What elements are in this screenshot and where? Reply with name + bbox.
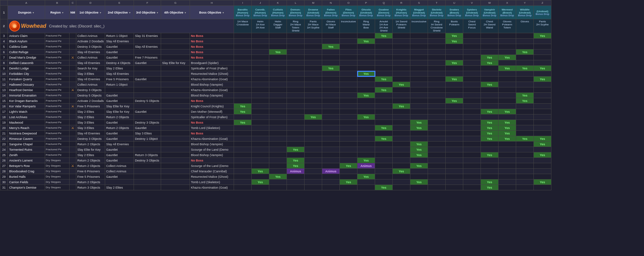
drop-col-L[interactable]: Yes (287, 163, 305, 169)
drop-col-Y[interactable] (516, 152, 534, 158)
drop-col-V[interactable] (463, 55, 481, 60)
drop-col-U[interactable] (446, 185, 463, 190)
col-F-header[interactable]: F (134, 0, 161, 6)
drop-col-O[interactable] (340, 71, 357, 77)
table-row[interactable]: 4Black AsylumFractured PeActivate 2 Dood… (0, 39, 551, 44)
drop-col-Q[interactable] (375, 49, 393, 55)
drop-col-R[interactable] (393, 49, 410, 55)
drop-col-X[interactable]: Yes (499, 55, 516, 60)
objective-3[interactable]: Destroy 1 Object (134, 136, 161, 142)
drop-col-I[interactable] (234, 185, 252, 190)
drop-col-N[interactable] (322, 87, 340, 93)
drop-col-W[interactable]: Yes (481, 55, 499, 60)
drop-col-Q[interactable] (375, 169, 393, 174)
drop-col-T[interactable] (428, 174, 446, 179)
drop-col-Y[interactable] (516, 131, 534, 136)
drop-col-X[interactable] (499, 174, 516, 179)
drop-col-U[interactable] (446, 174, 463, 179)
boss-objective[interactable]: No Boss (190, 55, 234, 60)
objective-3[interactable] (134, 87, 161, 93)
drop-col-L[interactable] (287, 87, 305, 93)
objective-2[interactable]: Return 1 Object (105, 33, 134, 39)
drop-col-L[interactable] (287, 136, 305, 142)
drop-col-I[interactable]: Yes (234, 109, 252, 114)
objective-1[interactable]: Slay 2 Elites (76, 152, 105, 158)
drop-col-R[interactable] (393, 125, 410, 131)
drop-col-W[interactable]: Yes (481, 152, 499, 158)
drop-col-O[interactable] (340, 55, 357, 60)
drop-col-N[interactable] (322, 152, 340, 158)
drop-col-J[interactable] (252, 77, 269, 82)
drop-col-N[interactable] (322, 33, 340, 39)
dungeon-name[interactable]: Kor Dragan Barracks (8, 98, 45, 104)
drop-col-U[interactable] (446, 152, 463, 158)
drop-col-R[interactable] (393, 77, 410, 82)
objective-1[interactable]: Return 2 Objects (76, 158, 105, 163)
drop-col-K[interactable] (269, 66, 287, 71)
objective-4[interactable] (161, 104, 190, 109)
table-row[interactable]: 19MaulwoodFractured PeSlay 3 ElitesGaunt… (0, 120, 551, 125)
objective-4[interactable] (161, 98, 190, 104)
drop-col-W[interactable]: Yes (481, 120, 499, 125)
drop-col-X[interactable] (499, 142, 516, 147)
boss-objective[interactable]: Spiritcaller of Frost (Fallen) (190, 114, 234, 120)
drop-col-R[interactable] (393, 39, 410, 44)
col-J-header[interactable]: J (252, 0, 269, 6)
drop-col-M[interactable] (305, 71, 322, 77)
boss-objective[interactable]: Scourge of the Land (Demo (190, 147, 234, 152)
table-row[interactable]: 5Caldera GateFractured PeDestroy 3 Objec… (0, 44, 551, 49)
drop-col-I[interactable] (234, 33, 252, 39)
boss-objective[interactable]: Spiritcaller of Frost (Fallen) (190, 66, 234, 71)
drop-col-Y[interactable] (516, 87, 534, 93)
drop-col-M[interactable] (305, 66, 322, 71)
drop-col-U[interactable] (446, 120, 463, 125)
drop-col-T[interactable] (428, 49, 446, 55)
drop-col-Y[interactable] (516, 114, 534, 120)
table-row[interactable]: 15Kor Dragan BarracksFractured PeActivat… (0, 98, 551, 104)
drop-col-J[interactable] (252, 131, 269, 136)
drop-col-K[interactable] (269, 44, 287, 49)
drop-col-X[interactable] (499, 77, 516, 82)
drop-col-O[interactable] (340, 147, 357, 152)
drop-col-L[interactable] (287, 98, 305, 104)
drop-col-V[interactable] (463, 125, 481, 131)
boss-objective[interactable]: No Boss (190, 131, 234, 136)
drop-col-O[interactable] (340, 120, 357, 125)
drop-col-U[interactable]: Yes (446, 39, 463, 44)
drop-col-I[interactable] (234, 114, 252, 120)
drop-col-W[interactable]: Yes (481, 179, 499, 185)
boss-objective[interactable]: Khazra Abomination (Goat) (190, 136, 234, 142)
drop-col-O[interactable] (340, 104, 357, 109)
drop-col-S[interactable]: Yes (410, 125, 428, 131)
drop-col-T[interactable] (428, 169, 446, 174)
objective-2[interactable]: Gauntlet (105, 120, 134, 125)
drop-col-Y[interactable]: Yes (516, 49, 534, 55)
drop-col-Y[interactable] (516, 120, 534, 125)
objective-2[interactable]: Gauntlet (105, 55, 134, 60)
drop-col-S[interactable] (410, 77, 428, 82)
drop-col-Q[interactable] (375, 147, 393, 152)
drop-col-Y[interactable] (516, 104, 534, 109)
drop-col-M[interactable] (305, 131, 322, 136)
drop-col-J[interactable] (252, 66, 269, 71)
drop-col-S[interactable] (410, 109, 428, 114)
drop-col-S[interactable] (410, 60, 428, 66)
drop-col-U[interactable] (446, 109, 463, 114)
drop-col-M[interactable] (305, 109, 322, 114)
drop-col-Y[interactable] (516, 55, 534, 60)
drop-col-Z[interactable] (534, 49, 551, 55)
drop-col-L[interactable] (287, 120, 305, 125)
drop-col-L[interactable]: Animus (287, 169, 305, 174)
drop-col-X[interactable] (499, 93, 516, 98)
drop-col-Y[interactable] (516, 158, 534, 163)
dungeon-name[interactable]: Nostrava Deepwood (8, 131, 45, 136)
dungeon-name[interactable]: Defiled Catacomb (8, 60, 45, 66)
drop-col-X[interactable]: Yes (499, 136, 516, 142)
drop-col-N[interactable] (322, 77, 340, 82)
table-row[interactable]: 22Rimescar CavernFractured PeDestroy 3 O… (0, 136, 551, 142)
col-Z-header[interactable]: Z (534, 0, 551, 6)
objective-2[interactable]: Slay Elite for Key (105, 109, 134, 114)
drop-col-L[interactable] (287, 109, 305, 114)
col-N-header[interactable]: N (322, 0, 340, 6)
drop-col-P[interactable] (357, 33, 375, 39)
